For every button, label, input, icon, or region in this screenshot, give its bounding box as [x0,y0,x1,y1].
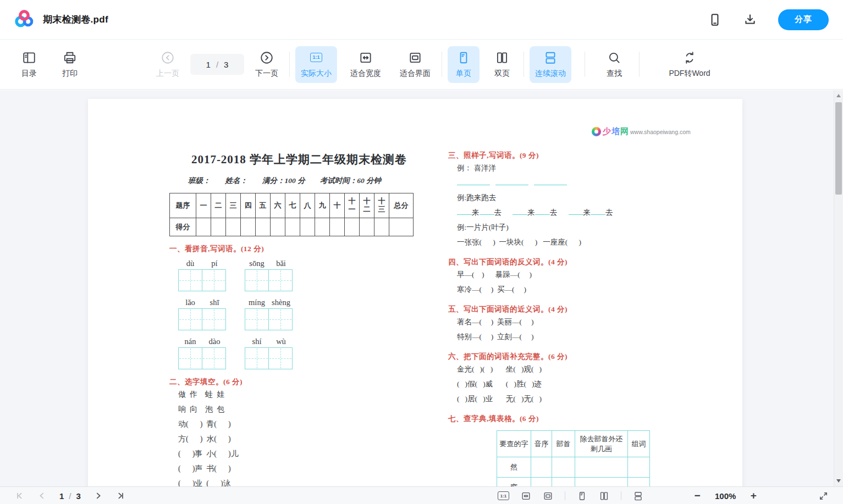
scroll-down-arrow-icon[interactable] [836,479,841,483]
vertical-scrollbar[interactable] [834,90,843,486]
score-table: 题序一二三四五六七八九十十一十二十三总分得分 [169,193,414,236]
score-table-header-cell: 八 [300,193,315,218]
statusbar-single-page-button[interactable] [577,491,587,501]
toolbar-separator [585,52,585,77]
exam-line: ( )事 小( )儿 [178,446,434,461]
statusbar-separator [621,491,621,500]
dictionary-table-header-cell: 组词 [628,431,650,457]
dictionary-table-header-cell: 音序 [531,431,552,457]
pdf-to-word-button[interactable]: PDF转Word [659,46,720,83]
exam-left-column: 2017-2018 学年上学期二年级期末检测卷 班级：姓名：满分：100 分考试… [169,152,434,486]
exam-line: 金光( )( ) 坐( )观( ) [457,362,690,376]
statusbar-fit-screen-button[interactable] [543,491,553,501]
dictionary-table-header-cell: 除去部首外还剩几画 [575,431,628,457]
toolbar-separator [524,52,524,77]
pinyin-syllable: pí [202,259,227,268]
exam-line: 做 作 蛙 娃 [178,387,434,402]
watermark-logo-icon [592,127,601,136]
first-page-button[interactable] [15,491,24,500]
watermark-site-name: 少培网 [603,126,629,137]
document-viewport[interactable]: 少培网 www.shaopeiwang.com 2017-2018 学年上学期二… [0,90,843,486]
writing-cell [268,308,293,330]
continuous-scroll-icon [543,51,558,65]
exam-line: 动( ) 青( ) [178,417,434,431]
statusbar-double-page-button[interactable] [599,491,609,501]
score-table-header-cell: 总分 [389,193,414,218]
exam-line: 一张张( ) 一块块( ) 一座座( ) [457,235,690,250]
writing-cell [268,347,293,369]
right-sections: 三、照样子,写词语。(9 分)例： 喜洋洋 例:跑来跑去来去 来去 来去例:一片… [448,151,690,486]
answer-blank [457,179,490,185]
answer-blank [569,208,583,215]
score-table-empty-cell [256,218,271,236]
chevron-left-circle-icon [161,51,175,65]
score-table-header-cell: 十二 [360,193,374,218]
pinyin-word-grid: shíwù [245,337,293,369]
double-page-button[interactable]: 双页 [486,46,518,83]
fit-screen-button[interactable]: 适合界面 [394,46,436,83]
single-page-button[interactable]: 单页 [448,46,480,83]
exam-section: 二、选字填空。(6 分)做 作 蛙 娃响 向 泡 包动( ) 青( )方( ) … [169,377,434,486]
section-heading: 一、看拼音,写词语。(12 分) [169,244,434,254]
find-label: 查找 [607,69,622,79]
score-table-header-cell: 二 [211,193,226,218]
writing-cell [245,269,269,291]
statusbar-prev-page-button[interactable] [37,491,46,500]
exam-line: ( )假( )威 ( )胜( )迹 [457,376,690,391]
find-button[interactable]: 查找 [598,46,630,83]
exam-line [457,175,690,190]
toolbar: 目录 打印 上一页 1 / 3 下一页 1:1 实际大小 适合宽度 [0,40,843,90]
score-table-empty-cell [330,218,345,236]
fit-screen-icon [408,51,422,65]
score-table-header-cell: 六 [271,193,285,218]
answer-blank [591,208,605,215]
dictionary-table-char-cell: 窗 [497,478,531,487]
continuous-scroll-button[interactable]: 连续滚动 [530,46,571,83]
actual-size-button[interactable]: 1:1 实际大小 [295,46,337,83]
last-page-button[interactable] [116,491,125,500]
scrollbar-thumb[interactable] [835,102,842,195]
score-table-empty-cell [211,218,226,236]
fit-width-button[interactable]: 适合宽度 [345,46,387,83]
score-table-header-cell: 五 [256,193,271,218]
exam-line: ( )业 ( )泳 [178,476,434,486]
convert-icon [682,51,697,65]
share-button[interactable]: 分享 [778,9,829,30]
exam-line: 特别—( ) 立刻—( ) [457,329,690,344]
page-indicator[interactable]: 1 / 3 [190,54,244,75]
score-table-header-cell: 十三 [374,193,389,218]
statusbar-next-page-button[interactable] [94,491,103,500]
zoom-in-button[interactable]: + [748,490,759,502]
mobile-phone-icon[interactable] [708,13,722,27]
exam-line: 寒冷—( ) 买—( ) [457,282,690,297]
answer-blank [534,179,567,185]
fullscreen-icon[interactable] [818,491,829,501]
zoom-out-button[interactable]: − [692,490,703,502]
single-page-label: 单页 [456,69,471,79]
exam-line: ( )声 书( ) [178,461,434,476]
statusbar-page-indicator: 1 / 3 [59,491,81,501]
download-icon[interactable] [743,13,757,27]
section-heading: 六、把下面的词语补充完整。(6 分) [448,352,690,362]
title-bar: 期末检测卷.pdf 分享 [0,0,843,40]
score-table-header-cell: 题序 [170,193,196,218]
next-page-button[interactable]: 下一页 [250,46,284,83]
pinyin-word-grid: lǎoshī [178,298,227,330]
score-table-header-cell: 十 [330,193,345,218]
print-button[interactable]: 打印 [54,46,86,83]
watermark: 少培网 www.shaopeiwang.com [592,126,691,137]
watermark-url: www.shaopeiwang.com [630,129,691,135]
statusbar-actual-size-button[interactable]: 1:1 [498,491,509,500]
toc-button[interactable]: 目录 [13,46,45,83]
scroll-up-arrow-icon[interactable] [836,94,841,97]
score-table-empty-cell [226,218,241,236]
search-icon [607,51,621,65]
pinyin-row: lǎoshīmíngshèng [178,298,434,330]
section-heading: 三、照样子,写词语。(9 分) [448,151,690,160]
exam-right-column: 三、照样子,写词语。(9 分)例： 喜洋洋 例:跑来跑去来去 来去 来去例:一片… [448,143,690,486]
prev-page-button[interactable]: 上一页 [151,46,185,83]
statusbar-fit-width-button[interactable] [521,491,531,501]
statusbar-continuous-scroll-button[interactable] [633,491,643,501]
score-table-header-cell: 四 [241,193,256,218]
app-logo-icon [14,10,34,30]
